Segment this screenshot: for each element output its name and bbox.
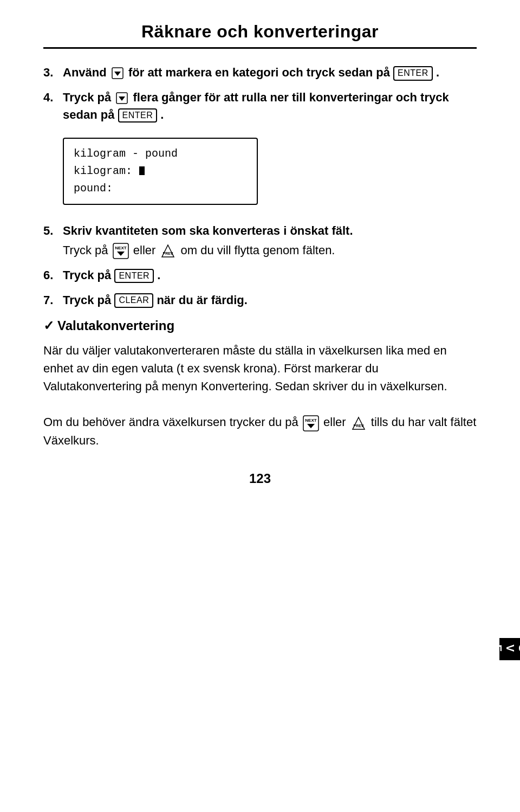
down-arrow-icon xyxy=(112,67,123,79)
side-tab-text: S xyxy=(516,645,521,654)
side-tab: S V E xyxy=(499,638,520,660)
lcd-cursor xyxy=(139,166,145,175)
lcd-line-1: kilogram - pound xyxy=(74,145,247,163)
svg-text:PREV: PREV xyxy=(163,252,173,255)
step-5-sub: Tryck på NEXT eller PREV om du vill flyt… xyxy=(63,242,477,259)
step-4-number: 4. xyxy=(43,89,63,106)
currency-para-2: Om du behöver ändra växelkursen trycker … xyxy=(43,413,477,449)
svg-text:NEXT: NEXT xyxy=(305,418,316,423)
side-tab-text-v: V xyxy=(504,645,516,654)
svg-text:PREV: PREV xyxy=(353,424,363,428)
step-5: 5. Skriv kvantiteten som ska konverteras… xyxy=(43,222,477,259)
enter-key-3: ENTER xyxy=(114,269,154,283)
main-content: 3. Använd för att markera en kategori oc… xyxy=(43,64,477,449)
svg-marker-1 xyxy=(114,72,121,76)
step-6-text: Tryck på ENTER . xyxy=(63,267,160,284)
prev-icon: PREV xyxy=(160,243,176,259)
title-divider xyxy=(43,47,477,49)
lcd-line-3: pound: xyxy=(74,180,247,197)
enter-key-2: ENTER xyxy=(118,108,158,123)
step-5-number: 5. xyxy=(43,222,63,240)
step-6-line: 6. Tryck på ENTER . xyxy=(43,267,477,284)
lcd-line-2: kilogram: xyxy=(74,163,247,180)
step-5-text: Skriv kvantiteten som ska konverteras i … xyxy=(63,222,353,240)
currency-heading-text: Valutakonvertering xyxy=(57,317,174,336)
currency-body: När du väljer valutakonverteraren måste … xyxy=(43,341,477,449)
page-number: 123 xyxy=(43,471,477,486)
svg-text:NEXT: NEXT xyxy=(115,246,126,250)
step-7-line: 7. Tryck på CLEAR när du är färdig. xyxy=(43,292,477,309)
step-5-line: 5. Skriv kvantiteten som ska konverteras… xyxy=(43,222,477,240)
step-3: 3. Använd för att markera en kategori oc… xyxy=(43,64,477,81)
svg-marker-3 xyxy=(119,96,125,101)
page-container: Räknare och konverteringar 3. Använd för… xyxy=(0,0,520,812)
step-4-line: 4. Tryck på flera gånger för att rulla n… xyxy=(43,89,477,124)
next-icon-2: NEXT xyxy=(303,415,319,431)
step-3-number: 3. xyxy=(43,64,63,81)
side-tab-text-e: E xyxy=(491,645,504,654)
down-arrow-icon-2 xyxy=(116,92,128,104)
next-icon: NEXT xyxy=(113,243,129,259)
step-7: 7. Tryck på CLEAR när du är färdig. xyxy=(43,292,477,309)
currency-section: ✓ Valutakonvertering När du väljer valut… xyxy=(43,317,477,449)
page-title: Räknare och konverteringar xyxy=(43,22,477,42)
lcd-display: kilogram - pound kilogram: pound: xyxy=(63,138,258,205)
step-6-number: 6. xyxy=(43,267,63,284)
step-7-text: Tryck på CLEAR när du är färdig. xyxy=(63,292,248,309)
check-icon: ✓ xyxy=(43,317,54,336)
step-3-line: 3. Använd för att markera en kategori oc… xyxy=(43,64,477,81)
prev-icon-2: PREV xyxy=(350,415,367,431)
step-7-number: 7. xyxy=(43,292,63,309)
step-6: 6. Tryck på ENTER . xyxy=(43,267,477,284)
currency-para-1: När du väljer valutakonverteraren måste … xyxy=(43,341,477,395)
clear-key: CLEAR xyxy=(114,293,153,308)
step-4-text: Tryck på flera gånger för att rulla ner … xyxy=(63,89,477,124)
currency-heading: ✓ Valutakonvertering xyxy=(43,317,477,336)
svg-marker-6 xyxy=(117,252,125,256)
svg-marker-11 xyxy=(307,424,315,428)
enter-key-1: ENTER xyxy=(393,66,433,81)
step-3-text: Använd för att markera en kategori och t… xyxy=(63,64,439,81)
step-4: 4. Tryck på flera gånger för att rulla n… xyxy=(43,89,477,215)
